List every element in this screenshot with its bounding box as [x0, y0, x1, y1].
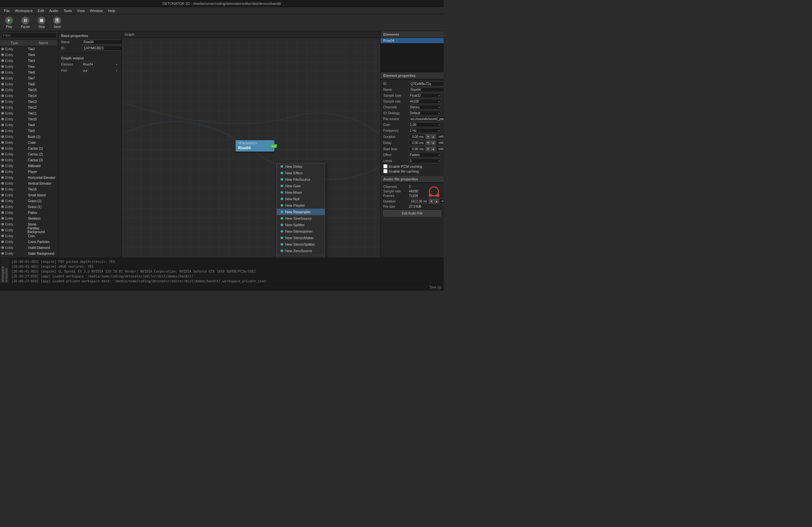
- ep-duration-input[interactable]: [409, 134, 425, 139]
- ctx-new-gain[interactable]: New Gain: [277, 183, 325, 189]
- entity-row[interactable]: EntityHorizontal Elevator: [0, 175, 58, 180]
- entity-row[interactable]: EntityTile14: [0, 93, 58, 99]
- ep-name-input[interactable]: [409, 87, 444, 92]
- ep-id-input[interactable]: [409, 81, 444, 86]
- ep-io-select[interactable]: Default: [409, 111, 441, 116]
- entity-row[interactable]: EntityBush (1): [0, 134, 58, 139]
- ep-starttime-up[interactable]: ▲: [431, 147, 436, 151]
- stop-button[interactable]: Stop: [35, 15, 48, 30]
- id-input[interactable]: [82, 46, 122, 51]
- ep-starttime-down[interactable]: ▼: [426, 147, 430, 151]
- filesource-node[interactable]: <FileSource> Rise04 out: [235, 140, 274, 152]
- edit-audio-file-btn[interactable]: Edit Audio File: [383, 210, 441, 216]
- ctx-new-splitter[interactable]: New Splitter: [277, 222, 325, 228]
- entity-row[interactable]: EntityTile10: [0, 116, 58, 122]
- entity-row[interactable]: EntityTree: [0, 64, 58, 70]
- entity-row[interactable]: EntityTile9: [0, 122, 58, 128]
- entity-row[interactable]: EntityTile2: [0, 46, 58, 52]
- ep-delay-down[interactable]: ▼: [426, 140, 430, 145]
- ep-effect-select[interactable]: FadeIn: [409, 152, 441, 157]
- entity-row[interactable]: EntityStatic Background: [0, 251, 58, 256]
- ctx-new-stereojoiner[interactable]: New Stereojoiner: [277, 228, 325, 235]
- ctx-new-stereosplitter[interactable]: New StereoSplitter: [277, 241, 325, 247]
- menu-item-window[interactable]: Window: [87, 8, 105, 13]
- entity-row[interactable]: EntityCactus (3): [0, 157, 58, 163]
- entity-row[interactable]: EntityCactus (2): [0, 151, 58, 157]
- element-item-rise04[interactable]: Rise04: [381, 38, 444, 43]
- ep-gain-select[interactable]: 1.00: [409, 122, 441, 127]
- entity-row[interactable]: EntityTile11: [0, 110, 58, 116]
- menu-item-help[interactable]: Help: [105, 8, 118, 13]
- entity-row[interactable]: EntityVertical Elevator: [0, 180, 58, 186]
- entity-row[interactable]: EntityCactus (1): [0, 145, 58, 151]
- entity-row[interactable]: EntityParallax Background: [0, 227, 58, 233]
- ep-starttime-input[interactable]: [409, 147, 425, 152]
- menu-item-audio[interactable]: Audio: [47, 8, 61, 13]
- ctx-new-playlist[interactable]: New Playlist: [277, 202, 325, 209]
- graph-canvas[interactable]: <FileSource> Rise04 out New Delay New Ef…: [122, 38, 380, 257]
- entity-row[interactable]: EntityTile8: [0, 70, 58, 75]
- ep-frequency-select[interactable]: 1 Hz: [409, 128, 441, 133]
- entity-row[interactable]: EntityTile15: [0, 87, 58, 93]
- entity-row[interactable]: EntitySkeleton: [0, 215, 58, 221]
- afp-samplerate-value: 44100: [409, 190, 418, 193]
- entity-row[interactable]: EntityTile3: [0, 58, 58, 64]
- save-button[interactable]: Save: [51, 15, 64, 30]
- entity-row[interactable]: EntityPlateu: [0, 210, 58, 215]
- name-input[interactable]: [82, 40, 122, 44]
- filter-input[interactable]: [1, 32, 57, 38]
- ep-delay-unit[interactable]: Milliseconds: [436, 140, 444, 145]
- ctx-new-stereomaker[interactable]: New StereoMaker: [277, 235, 325, 241]
- entity-row[interactable]: EntityTile5: [0, 128, 58, 134]
- entity-row[interactable]: EntityTile6: [0, 81, 58, 87]
- entity-row[interactable]: EntityBillboard: [0, 163, 58, 169]
- menu-item-view[interactable]: View: [74, 8, 87, 13]
- entity-row[interactable]: EntityCoin: [0, 233, 58, 239]
- entity-row[interactable]: EntityTile16: [0, 186, 58, 192]
- port-select[interactable]: out: [82, 68, 88, 73]
- ep-loops-select[interactable]: 1: [409, 159, 441, 163]
- ctx-new-mixer[interactable]: New Mixer: [277, 189, 325, 196]
- entity-row[interactable]: EntityCrate: [0, 139, 58, 145]
- entity-row[interactable]: EntityViolet Diamond: [0, 245, 58, 251]
- entity-row[interactable]: EntitySmall Island: [0, 192, 58, 198]
- ctx-new-null[interactable]: New Null: [277, 196, 325, 202]
- play-button[interactable]: Play: [3, 15, 16, 30]
- graph-title: Graph: [122, 31, 380, 38]
- entity-row[interactable]: EntityTile7: [0, 75, 58, 81]
- ep-duration-down[interactable]: ▼: [426, 134, 430, 139]
- element-select[interactable]: Rise04: [82, 62, 94, 67]
- ctx-new-resampler[interactable]: New Resampler: [277, 209, 325, 215]
- menu-item-tools[interactable]: Tools: [61, 8, 75, 13]
- ep-sample-type-select[interactable]: Float32: [409, 93, 441, 98]
- entity-row[interactable]: EntityPlayer: [0, 169, 58, 175]
- entity-row[interactable]: EntityCoins Particles: [0, 239, 58, 245]
- ep-pcm-checkbox[interactable]: [383, 164, 388, 168]
- ep-duration-unit[interactable]: Milliseconds: [436, 134, 444, 139]
- ctx-new-zerosource[interactable]: New ZeroSource: [277, 247, 325, 254]
- ctx-new-sinesource[interactable]: New SineSource: [277, 215, 325, 222]
- ep-sample-rate-select[interactable]: 44100: [409, 99, 441, 104]
- menu-item-file[interactable]: File: [1, 8, 12, 13]
- ep-channels-select[interactable]: Stereo: [409, 105, 441, 110]
- pause-button[interactable]: Pause: [18, 15, 32, 30]
- ctx-new-effect[interactable]: New Effect: [277, 170, 325, 176]
- ep-delay-up[interactable]: ▲: [431, 140, 436, 145]
- afp-duration-input[interactable]: [409, 199, 429, 204]
- ctx-new-delay[interactable]: New Delay: [277, 163, 325, 170]
- menu-item-edit[interactable]: Edit: [35, 8, 47, 13]
- entity-type: Entity: [5, 88, 28, 92]
- ep-duration-up[interactable]: ▲: [431, 134, 436, 139]
- ep-starttime-unit[interactable]: Milliseconds: [436, 146, 444, 152]
- entity-type: Entity: [5, 234, 28, 238]
- menu-item-workspace[interactable]: Workspace: [12, 8, 35, 13]
- ep-delay-input[interactable]: [409, 140, 425, 145]
- entity-row[interactable]: EntityTile13: [0, 99, 58, 105]
- entity-row[interactable]: EntityGrass (1): [0, 204, 58, 210]
- entity-row[interactable]: EntityTile12: [0, 105, 58, 110]
- ctx-new-filesource[interactable]: New FileSource: [277, 176, 325, 183]
- ctx-input-ports[interactable]: Input Ports ▶: [277, 256, 325, 258]
- entity-row[interactable]: EntityTile4: [0, 52, 58, 58]
- ep-file-cache-checkbox[interactable]: [383, 169, 388, 173]
- entity-row[interactable]: EntityGrass (2): [0, 198, 58, 204]
